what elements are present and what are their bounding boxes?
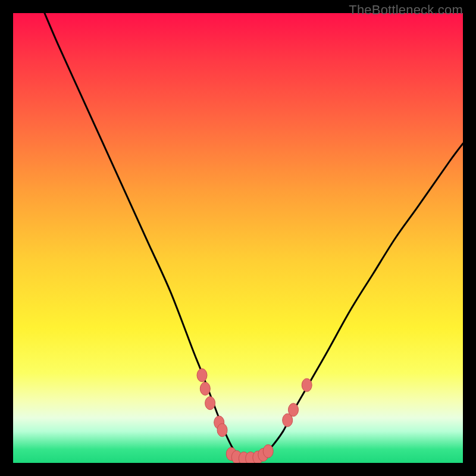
plot-area [13,13,463,463]
marker-valley-right-c [263,444,273,458]
curve-markers [197,369,312,463]
chart-svg [13,13,463,463]
marker-left-cluster-top [197,369,207,382]
outer-frame: TheBottleneck.com [0,0,476,476]
marker-right-cluster-high [302,378,312,392]
marker-right-cluster-mid [289,403,299,416]
attribution-label: TheBottleneck.com [349,2,463,18]
marker-left-cluster-mid [205,397,215,410]
marker-left-cluster-upper [200,382,210,395]
bottleneck-curve [45,13,463,459]
marker-left-cluster-lower [217,424,227,437]
